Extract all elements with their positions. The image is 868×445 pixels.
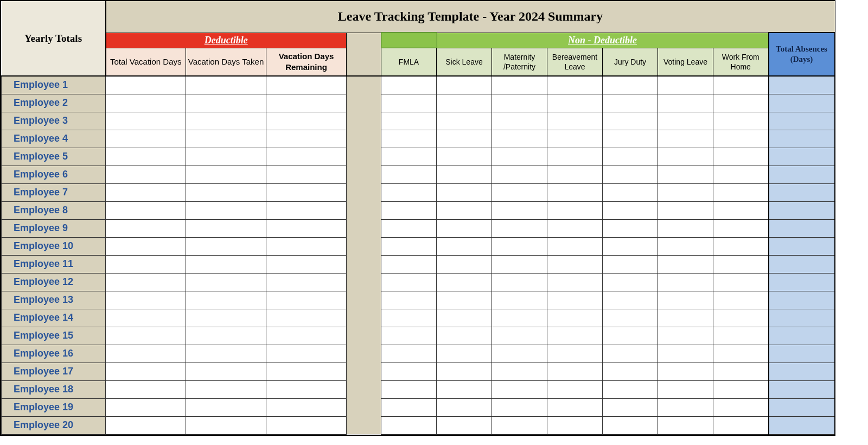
deductible-cell[interactable] [186, 183, 266, 201]
deductible-cell[interactable] [106, 345, 186, 363]
nondeductible-cell[interactable] [381, 380, 437, 398]
nondeductible-cell[interactable] [658, 237, 713, 255]
deductible-cell[interactable] [106, 148, 186, 166]
total-absences-cell[interactable] [769, 380, 835, 398]
nondeductible-cell[interactable] [492, 237, 547, 255]
deductible-cell[interactable] [106, 380, 186, 398]
nondeductible-cell[interactable] [381, 183, 437, 201]
deductible-cell[interactable] [186, 219, 266, 237]
deductible-cell[interactable] [266, 94, 347, 112]
deductible-cell[interactable] [266, 309, 347, 327]
nondeductible-cell[interactable] [603, 76, 658, 94]
nondeductible-cell[interactable] [547, 76, 603, 94]
nondeductible-cell[interactable] [658, 363, 713, 380]
deductible-cell[interactable] [266, 327, 347, 345]
nondeductible-cell[interactable] [381, 237, 437, 255]
nondeductible-cell[interactable] [437, 94, 492, 112]
total-absences-cell[interactable] [769, 183, 835, 201]
deductible-cell[interactable] [186, 237, 266, 255]
deductible-cell[interactable] [266, 166, 347, 183]
nondeductible-cell[interactable] [658, 291, 713, 309]
total-absences-cell[interactable] [769, 416, 835, 434]
deductible-cell[interactable] [106, 219, 186, 237]
total-absences-cell[interactable] [769, 363, 835, 380]
nondeductible-cell[interactable] [492, 112, 547, 130]
nondeductible-cell[interactable] [492, 363, 547, 380]
nondeductible-cell[interactable] [492, 398, 547, 416]
nondeductible-cell[interactable] [437, 345, 492, 363]
nondeductible-cell[interactable] [603, 273, 658, 291]
deductible-cell[interactable] [186, 309, 266, 327]
deductible-cell[interactable] [186, 130, 266, 148]
total-absences-cell[interactable] [769, 237, 835, 255]
nondeductible-cell[interactable] [547, 291, 603, 309]
deductible-cell[interactable] [266, 112, 347, 130]
deductible-cell[interactable] [106, 94, 186, 112]
nondeductible-cell[interactable] [437, 273, 492, 291]
deductible-cell[interactable] [186, 416, 266, 434]
nondeductible-cell[interactable] [381, 273, 437, 291]
nondeductible-cell[interactable] [658, 130, 713, 148]
total-absences-cell[interactable] [769, 94, 835, 112]
total-absences-cell[interactable] [769, 130, 835, 148]
deductible-cell[interactable] [106, 398, 186, 416]
deductible-cell[interactable] [186, 148, 266, 166]
nondeductible-cell[interactable] [492, 273, 547, 291]
nondeductible-cell[interactable] [492, 94, 547, 112]
nondeductible-cell[interactable] [603, 112, 658, 130]
nondeductible-cell[interactable] [547, 398, 603, 416]
deductible-cell[interactable] [106, 309, 186, 327]
deductible-cell[interactable] [266, 183, 347, 201]
nondeductible-cell[interactable] [658, 183, 713, 201]
nondeductible-cell[interactable] [547, 273, 603, 291]
deductible-cell[interactable] [266, 363, 347, 380]
nondeductible-cell[interactable] [658, 94, 713, 112]
nondeductible-cell[interactable] [603, 148, 658, 166]
nondeductible-cell[interactable] [381, 398, 437, 416]
total-absences-cell[interactable] [769, 201, 835, 219]
nondeductible-cell[interactable] [603, 219, 658, 237]
nondeductible-cell[interactable] [547, 380, 603, 398]
nondeductible-cell[interactable] [437, 76, 492, 94]
total-absences-cell[interactable] [769, 76, 835, 94]
nondeductible-cell[interactable] [713, 291, 769, 309]
nondeductible-cell[interactable] [437, 166, 492, 183]
nondeductible-cell[interactable] [381, 166, 437, 183]
deductible-cell[interactable] [266, 291, 347, 309]
nondeductible-cell[interactable] [492, 201, 547, 219]
nondeductible-cell[interactable] [603, 255, 658, 273]
deductible-cell[interactable] [186, 273, 266, 291]
total-absences-cell[interactable] [769, 166, 835, 183]
nondeductible-cell[interactable] [713, 112, 769, 130]
deductible-cell[interactable] [266, 76, 347, 94]
nondeductible-cell[interactable] [603, 327, 658, 345]
deductible-cell[interactable] [186, 76, 266, 94]
deductible-cell[interactable] [186, 201, 266, 219]
deductible-cell[interactable] [106, 201, 186, 219]
nondeductible-cell[interactable] [603, 398, 658, 416]
total-absences-cell[interactable] [769, 345, 835, 363]
deductible-cell[interactable] [106, 327, 186, 345]
nondeductible-cell[interactable] [713, 255, 769, 273]
nondeductible-cell[interactable] [437, 237, 492, 255]
deductible-cell[interactable] [106, 237, 186, 255]
nondeductible-cell[interactable] [381, 94, 437, 112]
nondeductible-cell[interactable] [658, 398, 713, 416]
nondeductible-cell[interactable] [437, 130, 492, 148]
nondeductible-cell[interactable] [603, 130, 658, 148]
nondeductible-cell[interactable] [381, 345, 437, 363]
deductible-cell[interactable] [186, 327, 266, 345]
deductible-cell[interactable] [266, 148, 347, 166]
nondeductible-cell[interactable] [492, 166, 547, 183]
nondeductible-cell[interactable] [658, 416, 713, 434]
nondeductible-cell[interactable] [547, 309, 603, 327]
selected-cell[interactable] [381, 33, 437, 48]
nondeductible-cell[interactable] [437, 291, 492, 309]
deductible-cell[interactable] [106, 183, 186, 201]
nondeductible-cell[interactable] [547, 148, 603, 166]
total-absences-cell[interactable] [769, 255, 835, 273]
deductible-cell[interactable] [186, 345, 266, 363]
deductible-cell[interactable] [186, 166, 266, 183]
nondeductible-cell[interactable] [603, 291, 658, 309]
nondeductible-cell[interactable] [492, 291, 547, 309]
